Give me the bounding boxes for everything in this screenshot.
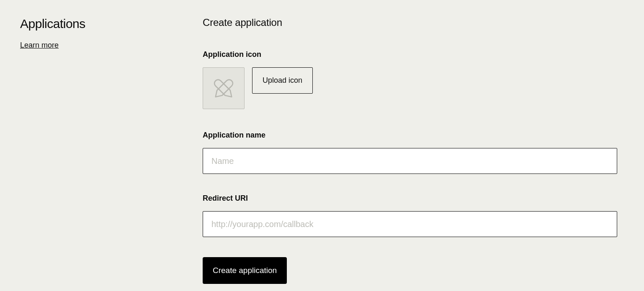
design-tools-icon: [212, 76, 235, 101]
icon-preview: [203, 67, 245, 109]
learn-more-link[interactable]: Learn more: [20, 41, 59, 50]
upload-icon-button[interactable]: Upload icon: [252, 67, 313, 94]
sidebar-title: Applications: [20, 17, 203, 31]
redirect-uri-input[interactable]: [203, 211, 617, 237]
icon-section-label: Application icon: [203, 50, 617, 59]
application-name-input[interactable]: [203, 148, 617, 174]
name-label: Application name: [203, 131, 617, 140]
create-application-button[interactable]: Create application: [203, 257, 287, 284]
main-form: Create application Application icon Uplo…: [203, 17, 617, 284]
sidebar: Applications Learn more: [20, 17, 203, 284]
page-title: Create application: [203, 17, 617, 28]
redirect-label: Redirect URI: [203, 194, 617, 203]
